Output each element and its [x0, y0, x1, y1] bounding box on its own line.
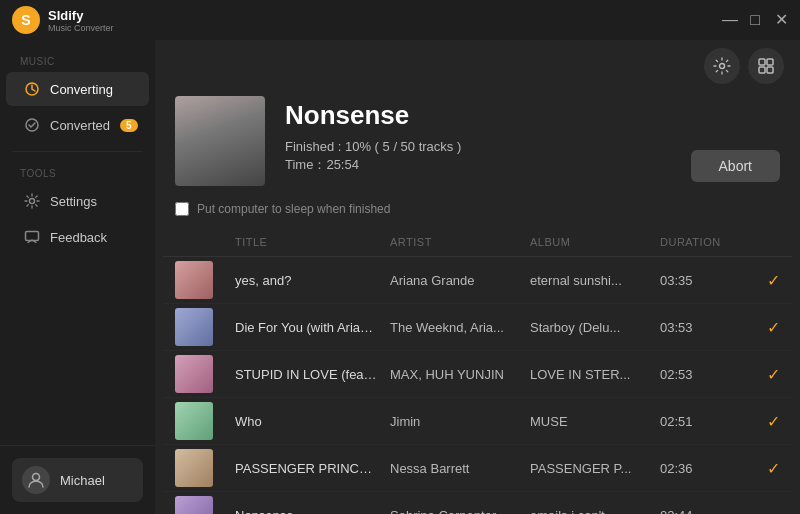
title-bar: S SIdify Music Converter — □ ✕ — [0, 0, 800, 40]
feedback-icon — [24, 229, 40, 245]
converting-progress: Finished : 10% ( 5 / 50 tracks ) — [285, 139, 671, 154]
svg-point-2 — [30, 199, 35, 204]
sidebar-item-settings[interactable]: Settings — [6, 184, 149, 218]
track-duration: 02:51 — [660, 414, 740, 429]
user-name: Michael — [60, 473, 105, 488]
app-subtitle: Music Converter — [48, 23, 114, 33]
track-duration: 02:36 — [660, 461, 740, 476]
svg-point-5 — [720, 64, 725, 69]
table-row: Who Jimin MUSE 02:51 ✓ — [163, 398, 792, 445]
track-thumbnail — [175, 308, 213, 346]
th-artist: ARTIST — [390, 232, 530, 252]
user-profile[interactable]: Michael — [12, 458, 143, 502]
track-artist: Nessa Barrett — [390, 461, 530, 476]
sleep-checkbox[interactable] — [175, 202, 189, 216]
track-status: ✓ — [740, 318, 780, 337]
converting-info: Nonsense Finished : 10% ( 5 / 50 tracks … — [285, 96, 671, 174]
track-artist: Ariana Grande — [390, 273, 530, 288]
track-table: TITLE ARTIST ALBUM DURATION yes, and? Ar… — [155, 228, 800, 514]
app-title-group: SIdify Music Converter — [48, 8, 114, 33]
track-album: emails i can't ... — [530, 508, 660, 515]
track-artist: Jimin — [390, 414, 530, 429]
converted-label: Converted — [50, 118, 110, 133]
sidebar-item-converted[interactable]: Converted 5 — [6, 108, 149, 142]
svg-rect-3 — [26, 232, 39, 241]
album-art-image — [175, 96, 265, 186]
track-album: Starboy (Delu... — [530, 320, 660, 335]
close-button[interactable]: ✕ — [774, 13, 788, 27]
track-duration: 03:53 — [660, 320, 740, 335]
sidebar: Music Converting Converted 5 Tools — [0, 40, 155, 514]
track-duration: 03:35 — [660, 273, 740, 288]
maximize-button[interactable]: □ — [748, 13, 762, 27]
library-icon-button[interactable] — [748, 48, 784, 84]
track-duration: 02:53 — [660, 367, 740, 382]
feedback-label: Feedback — [50, 230, 107, 245]
logo-icon: S — [12, 6, 40, 34]
track-album: MUSE — [530, 414, 660, 429]
table-row: Nonsense Sabrina Carpenter emails i can'… — [163, 492, 792, 514]
abort-button[interactable]: Abort — [691, 150, 780, 182]
track-album: PASSENGER P... — [530, 461, 660, 476]
table-row: Die For You (with Ariana Grande) - Re...… — [163, 304, 792, 351]
settings-icon-button[interactable] — [704, 48, 740, 84]
track-title: yes, and? — [235, 273, 301, 288]
sidebar-item-converting[interactable]: Converting — [6, 72, 149, 106]
track-album: LOVE IN STER... — [530, 367, 660, 382]
settings-label: Settings — [50, 194, 97, 209]
sleep-label: Put computer to sleep when finished — [197, 202, 390, 216]
sidebar-item-feedback[interactable]: Feedback — [6, 220, 149, 254]
svg-rect-6 — [759, 59, 765, 65]
track-status: ✓ — [740, 412, 780, 431]
user-avatar — [22, 466, 50, 494]
track-title: Die For You (with Ariana Grande) - Re... — [235, 320, 390, 335]
table-row: PASSENGER PRINCESS Nessa Barrett PASSENG… — [163, 445, 792, 492]
converting-card: Nonsense Finished : 10% ( 5 / 50 tracks … — [155, 84, 800, 202]
converting-icon — [24, 81, 40, 97]
track-status: ✓ — [740, 365, 780, 384]
track-title: PASSENGER PRINCESS — [235, 461, 390, 476]
table-header: TITLE ARTIST ALBUM DURATION — [163, 228, 792, 257]
sidebar-footer: Michael — [0, 445, 155, 514]
track-title: Who — [235, 414, 272, 429]
svg-rect-9 — [767, 67, 773, 73]
table-row: STUPID IN LOVE (feat. HUH YUNJIN o... MA… — [163, 351, 792, 398]
track-thumbnail — [175, 449, 213, 487]
th-duration: DURATION — [660, 232, 740, 252]
track-duration: 02:44 — [660, 508, 740, 515]
track-artist: The Weeknd, Aria... — [390, 320, 530, 335]
track-thumbnail — [175, 355, 213, 393]
converted-icon — [24, 117, 40, 133]
converting-title: Nonsense — [285, 100, 671, 131]
svg-rect-8 — [759, 67, 765, 73]
sidebar-divider-1 — [12, 151, 143, 152]
tools-section-label: Tools — [0, 160, 155, 183]
top-action-bar — [155, 40, 800, 84]
svg-point-4 — [33, 474, 40, 481]
converting-label: Converting — [50, 82, 113, 97]
app-name: SIdify — [48, 8, 114, 23]
track-thumbnail — [175, 496, 213, 514]
music-section-label: Music — [0, 48, 155, 71]
main-layout: Music Converting Converted 5 Tools — [0, 40, 800, 514]
th-status — [740, 232, 780, 252]
th-album: ALBUM — [530, 232, 660, 252]
track-artist: MAX, HUH YUNJIN — [390, 367, 530, 382]
track-thumbnail — [175, 261, 213, 299]
app-logo: S SIdify Music Converter — [12, 6, 114, 34]
window-controls: — □ ✕ — [722, 13, 788, 27]
table-row: yes, and? Ariana Grande eternal sunshi..… — [163, 257, 792, 304]
track-status: ✓ — [740, 271, 780, 290]
th-title: TITLE — [235, 232, 390, 252]
track-thumbnail — [175, 402, 213, 440]
track-title: Nonsense — [235, 508, 304, 515]
track-artist: Sabrina Carpenter — [390, 508, 530, 515]
content-area: Nonsense Finished : 10% ( 5 / 50 tracks … — [155, 40, 800, 514]
settings-icon — [24, 193, 40, 209]
converting-time: Time：25:54 — [285, 156, 671, 174]
sleep-row: Put computer to sleep when finished — [155, 202, 800, 228]
track-album: eternal sunshi... — [530, 273, 660, 288]
svg-rect-7 — [767, 59, 773, 65]
minimize-button[interactable]: — — [722, 13, 736, 27]
converted-badge: 5 — [120, 119, 138, 132]
